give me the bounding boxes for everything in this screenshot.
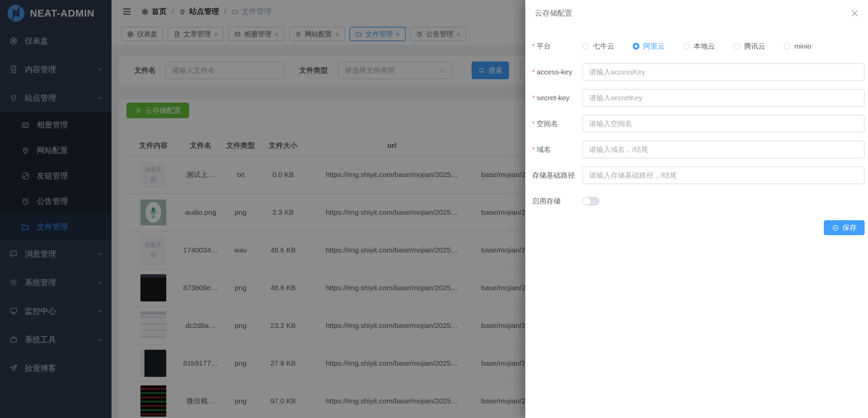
platform-label: * 平台 — [532, 41, 582, 51]
platform-radio-minio[interactable]: minio — [784, 42, 811, 50]
enable-storage-toggle[interactable] — [582, 197, 599, 206]
radio-label: 本地云 — [694, 41, 715, 51]
radio-icon — [582, 43, 589, 50]
field-label: 平台 — [537, 41, 551, 51]
radio-checked-icon — [633, 43, 640, 50]
platform-radio-group: 七牛云 阿里云 本地云 腾讯云 minio — [582, 41, 811, 51]
bucket-label: * 空间名 — [532, 119, 582, 128]
radio-label: 七牛云 — [593, 41, 614, 51]
required-mark: * — [532, 94, 535, 102]
required-mark: * — [532, 145, 535, 154]
bucket-row: * 空间名 请输入空间名 — [532, 115, 865, 133]
platform-radio-qiniu[interactable]: 七牛云 — [582, 41, 614, 51]
platform-radio-tencent[interactable]: 腾讯云 — [733, 41, 765, 51]
platform-radio-local[interactable]: 本地云 — [683, 41, 715, 51]
domain-row: * 域名 请输入域名，/结尾 — [532, 141, 865, 158]
field-label: secret-key — [537, 94, 569, 102]
enable-storage-label: 启用存储 — [532, 196, 582, 206]
input-placeholder: 请输入域名，/结尾 — [589, 145, 648, 154]
bucket-input[interactable]: 请输入空间名 — [582, 115, 865, 133]
base-path-label: 存储基础路径 — [532, 171, 582, 180]
radio-icon — [784, 43, 790, 50]
secret-key-input[interactable]: 请输入secretKey — [582, 89, 865, 107]
input-placeholder: 请输入空间名 — [589, 119, 632, 128]
required-mark: * — [532, 42, 535, 50]
field-label: 存储基础路径 — [532, 171, 575, 180]
input-placeholder: 请输入accessKey — [589, 67, 645, 77]
drawer-header: 云存储配置 — [525, 0, 868, 18]
drawer-title: 云存储配置 — [535, 8, 572, 18]
secret-key-row: * secret-key 请输入secretKey — [532, 89, 865, 107]
required-mark: * — [532, 120, 535, 128]
cloud-storage-drawer: 云存储配置 * 平台 七牛云 阿里云 本地云 — [525, 0, 868, 418]
radio-icon — [683, 43, 690, 50]
radio-label: 阿里云 — [643, 41, 665, 51]
field-label: 域名 — [537, 145, 551, 154]
close-icon[interactable] — [850, 9, 859, 18]
radio-label: minio — [794, 42, 811, 50]
radio-label: 腾讯云 — [744, 41, 765, 51]
field-label: 空间名 — [537, 119, 558, 128]
platform-radio-aliyun[interactable]: 阿里云 — [633, 41, 665, 51]
save-button-label: 保存 — [843, 223, 857, 232]
cloud-storage-form: * 平台 七牛云 阿里云 本地云 腾讯云 — [525, 18, 868, 235]
save-button[interactable]: 保存 — [824, 220, 865, 235]
required-mark: * — [532, 68, 535, 76]
secret-key-label: * secret-key — [532, 94, 582, 102]
field-label: access-key — [537, 68, 572, 76]
domain-label: * 域名 — [532, 145, 582, 154]
platform-row: * 平台 七牛云 阿里云 本地云 腾讯云 — [532, 37, 865, 55]
base-path-row: 存储基础路径 请输入存储基础路径，/结尾 — [532, 167, 865, 184]
access-key-label: * access-key — [532, 68, 582, 76]
access-key-row: * access-key 请输入accessKey — [532, 63, 865, 81]
access-key-input[interactable]: 请输入accessKey — [582, 63, 865, 81]
check-circle-icon — [832, 224, 839, 231]
input-placeholder: 请输入存储基础路径，/结尾 — [589, 171, 677, 180]
base-path-input[interactable]: 请输入存储基础路径，/结尾 — [582, 167, 865, 184]
enable-storage-row: 启用存储 — [532, 192, 865, 210]
toggle-knob — [583, 197, 591, 205]
input-placeholder: 请输入secretKey — [589, 93, 642, 103]
radio-icon — [733, 43, 740, 50]
domain-input[interactable]: 请输入域名，/结尾 — [582, 141, 865, 158]
field-label: 启用存储 — [532, 196, 561, 206]
drawer-footer: 保存 — [532, 220, 865, 235]
